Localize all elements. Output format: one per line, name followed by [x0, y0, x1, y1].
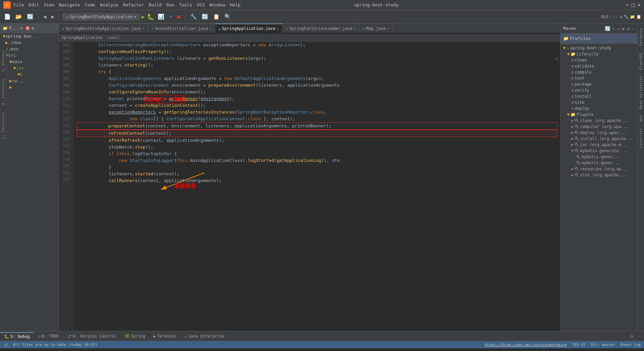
project-panel-dropdown[interactable]: ▾: [20, 26, 22, 31]
maven-add-icon[interactable]: +: [617, 26, 620, 31]
maven-verify[interactable]: ⚙ verify: [560, 87, 637, 93]
new-file-button[interactable]: 📄: [3, 13, 12, 20]
statusbar-url[interactable]: https://blog.csdn.net/suchianderkaing: [485, 343, 567, 347]
java-sub-folder[interactable]: ▼ b: [0, 71, 58, 78]
menu-run[interactable]: Run: [166, 2, 174, 7]
menu-view[interactable]: View: [44, 2, 54, 7]
resources-folder[interactable]: ▶ re...: [0, 78, 58, 84]
git-checkmark-2[interactable]: ✓: [616, 14, 619, 19]
maven-validate[interactable]: ⚙ validate: [560, 63, 637, 69]
maven-collapse-icon[interactable]: —: [632, 26, 635, 31]
right-tab-web[interactable]: Web: [638, 113, 644, 124]
back-button[interactable]: ◀: [42, 13, 48, 20]
maven-plugin-site[interactable]: ▶ 🔌 site (org.apache...: [560, 172, 637, 178]
maven-mybatis-goal-2[interactable]: 🔌 mybatis-gener...: [560, 160, 637, 166]
project-root[interactable]: ▼ spring-boo...: [0, 33, 58, 39]
project-panel-locate[interactable]: 🎯: [25, 26, 30, 31]
tab-springapplication[interactable]: ☕ SpringApplication.java ✕: [215, 24, 282, 33]
minimize-button[interactable]: ─: [626, 2, 629, 8]
debug-button[interactable]: 🐛: [147, 13, 154, 20]
sync2-button[interactable]: 🔄: [200, 13, 210, 20]
maven-run-icon[interactable]: ▶: [622, 26, 625, 31]
mvn-folder[interactable]: ▶ .mvn: [0, 46, 58, 52]
menu-edit[interactable]: Edit: [29, 2, 39, 7]
project-panel-settings[interactable]: ⚙: [32, 26, 34, 31]
maven-package[interactable]: ⚙ package: [560, 81, 637, 87]
menu-vcs[interactable]: VCS: [197, 2, 205, 7]
btab-debug[interactable]: 🐛 5: Debug: [0, 332, 34, 340]
menu-build[interactable]: Build: [149, 2, 162, 7]
maven-download-icon[interactable]: ⬇: [612, 26, 615, 31]
test-folder[interactable]: ▶: [0, 84, 58, 90]
btab-terminal[interactable]: ▶ Terminal: [149, 333, 180, 340]
maven-deploy[interactable]: ⚙ deploy: [560, 105, 637, 112]
maven-plugin-install[interactable]: ▶ 🔌 install (org.apache...: [560, 136, 637, 142]
breadcrumb-springapplication[interactable]: SpringApplication: [61, 35, 103, 40]
tab-close-4[interactable]: ✕: [387, 27, 389, 30]
maximize-button[interactable]: □: [632, 2, 635, 8]
idea-folder[interactable]: ▶ .idea: [0, 39, 58, 46]
open-button[interactable]: 📂: [14, 13, 23, 20]
tab-close-1[interactable]: ✕: [209, 27, 211, 30]
menu-help[interactable]: Help: [230, 2, 240, 7]
profile-button[interactable]: ⚡: [168, 13, 174, 20]
menu-navigate[interactable]: Navigate: [59, 2, 80, 7]
breadcrumb-run-method[interactable]: run(): [108, 35, 120, 40]
java-folder[interactable]: ▼ jav: [0, 65, 58, 71]
git-checkmark-1[interactable]: ✓: [612, 14, 614, 19]
bottom-settings-icon[interactable]: ⚙: [628, 332, 636, 340]
tab-close-3[interactable]: ✕: [354, 27, 356, 30]
maven-install[interactable]: ⚙ install: [560, 93, 637, 99]
stop-button[interactable]: ■: [176, 13, 182, 20]
git-clipboard[interactable]: 📋: [636, 14, 641, 19]
maven-plugin-resources[interactable]: ▶ 🔌 resources (org.ap...: [560, 166, 637, 172]
left-tab-project[interactable]: 1: Project: [1, 50, 5, 72]
run-configuration-selector[interactable]: ☕ SpringBootStudyApplication ▾: [63, 13, 139, 20]
bottom-expand-icon[interactable]: —: [636, 332, 644, 340]
menu-file[interactable]: File: [13, 2, 24, 7]
maven-lifecycle-folder[interactable]: ▼ 📁 Lifecycle: [560, 51, 637, 57]
btab-java-enterprise[interactable]: ☕ Java Enterprise: [180, 333, 229, 340]
statusbar-url-link[interactable]: https://blog.csdn.net/suchianderkaing: [485, 343, 567, 347]
menu-refactor[interactable]: Refactor: [123, 2, 144, 7]
tab-close-0[interactable]: ✕: [142, 27, 144, 30]
maven-settings-icon[interactable]: ⚙: [627, 26, 630, 31]
maven-mybatis-goal-1[interactable]: 🔌 mybatis-gener...: [560, 154, 637, 160]
maven-plugin-jar[interactable]: ▶ 🔌 jar (org.apache.m...: [560, 142, 637, 148]
sync-button[interactable]: 🔄: [25, 13, 35, 20]
maven-project-root[interactable]: ▼ ☕ spring-boot-study: [560, 45, 637, 51]
tab-springbootstudyapplication[interactable]: ☕ SpringBootStudyApplication.java ✕: [59, 24, 148, 33]
maven-plugin-clean[interactable]: ▶ 🔌 clean (org.apache...: [560, 118, 637, 124]
menu-window[interactable]: Window: [210, 2, 225, 7]
maven-site[interactable]: ⚙ site: [560, 99, 637, 105]
tab-secondinitializer[interactable]: ☕ SecondInitializer.java ✕: [148, 24, 215, 33]
left-tab-structure[interactable]: 4: Structure: [1, 79, 5, 105]
btab-spring[interactable]: 🌿 Spring: [120, 333, 149, 340]
maven-clean[interactable]: ⚙ clean: [560, 57, 637, 63]
maven-plugin-mybatis[interactable]: ▼ 🔌 mybatis-generate...: [560, 148, 637, 154]
right-tab-favorites[interactable]: Favorites: [638, 126, 644, 150]
src-folder[interactable]: ▼ src: [0, 52, 58, 58]
sdk-button[interactable]: 🔧: [189, 13, 198, 20]
maven-plugin-deploy[interactable]: ▶ 🔌 deploy (org.apac...: [560, 130, 637, 136]
btab-version-control[interactable]: ⎇ 9: Version Control: [63, 333, 120, 340]
main-folder[interactable]: ▼ main: [0, 58, 58, 65]
maven-test[interactable]: ⚙ test: [560, 75, 637, 81]
maven-plugins-folder[interactable]: ▼ 📁 Plugins: [560, 112, 637, 118]
right-tab-database[interactable]: Database: [638, 26, 644, 48]
btab-todo[interactable]: ☑ 6: TODO: [34, 333, 63, 340]
layout-button[interactable]: 📋: [212, 13, 221, 20]
close-button[interactable]: ✕: [637, 2, 641, 8]
right-tab-bean-validation[interactable]: Bean Validation: [638, 74, 644, 111]
left-tab-favorites[interactable]: 2: Favorites: [1, 112, 5, 139]
coverage-button[interactable]: 📊: [156, 13, 166, 20]
menu-tools[interactable]: Tools: [179, 2, 192, 7]
right-tab-plantuml[interactable]: PlantUML: [638, 50, 644, 72]
maven-compile[interactable]: ⚙ compile: [560, 69, 637, 75]
menu-analyze[interactable]: Analyze: [100, 2, 118, 7]
statusbar-event-log[interactable]: Event Log: [621, 343, 641, 347]
maven-plugin-compiler[interactable]: ▶ 🔌 compiler (org.apa...: [560, 124, 637, 130]
forward-button[interactable]: ▶: [50, 13, 56, 20]
search-button[interactable]: 🔍: [223, 13, 232, 20]
git-folder[interactable]: 📁: [630, 14, 635, 19]
